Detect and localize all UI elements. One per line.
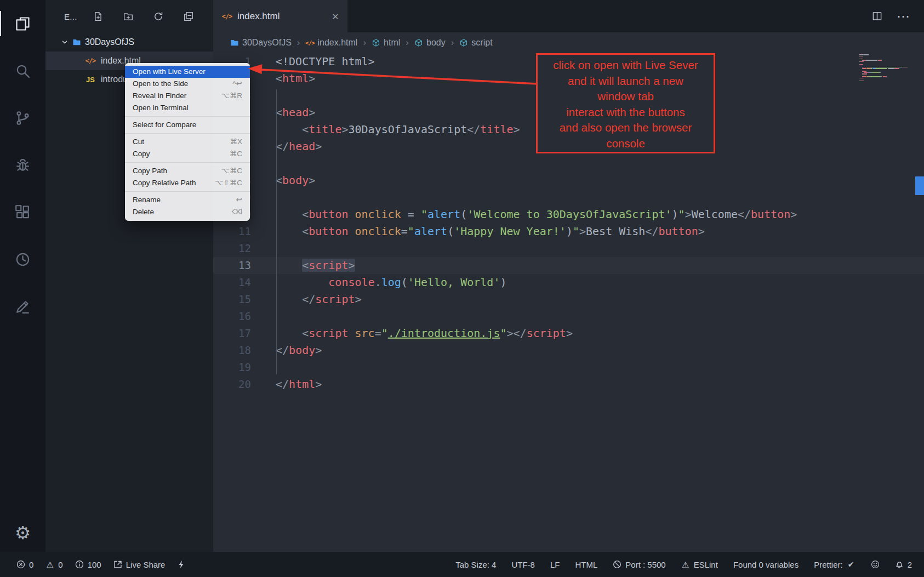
history-icon[interactable] [0, 236, 45, 283]
minimap-line [866, 71, 866, 72]
code-line-9[interactable]: 9 [213, 189, 924, 206]
run-debug-icon[interactable] [0, 141, 45, 188]
status-item-utf-8[interactable]: UTF-8 [511, 560, 535, 569]
menu-item-reveal-in-finder[interactable]: Reveal in Finder⌥⌘R [125, 90, 250, 102]
status-item-eslint[interactable]: ⚠ESLint [681, 560, 718, 569]
collapse-all-icon[interactable] [184, 12, 193, 21]
minimap-line [870, 76, 880, 77]
minimap-line [877, 67, 897, 68]
minimap-line [863, 67, 866, 68]
menu-item-cut[interactable]: Cut⌘X [125, 136, 250, 148]
symbol-icon [414, 38, 423, 47]
settings-gear-icon[interactable]: ⚙ [15, 524, 31, 542]
menu-item-open-with-live-server[interactable]: Open with Live Server [125, 66, 250, 78]
status-bar-left: 0⚠0100Live Share [16, 560, 186, 569]
code-text: </body> [276, 342, 322, 359]
code-line-10[interactable]: 10 <button onclick = "alert('Welcome to … [213, 206, 924, 223]
status-item-0[interactable]: ⚠0 [45, 560, 62, 569]
code-text: <button onclick = "alert('Welcome to 30D… [276, 206, 797, 223]
split-editor-icon[interactable] [872, 11, 882, 21]
code-line-18[interactable]: 18</body> [213, 342, 924, 359]
status-item-port-5500[interactable]: Port : 5500 [613, 560, 665, 569]
menu-item-open-to-the-side[interactable]: Open to the Side^↩ [125, 78, 250, 90]
error-icon [16, 560, 25, 569]
breadcrumb-item-index-html[interactable]: </>index.html [305, 38, 357, 48]
code-line-15[interactable]: 15 </script> [213, 291, 924, 308]
status-item-prettier[interactable]: Prettier:✔ [814, 560, 855, 569]
status-item-found-0-variables[interactable]: Found 0 variables [733, 560, 798, 569]
line-number: 12 [213, 240, 251, 257]
refresh-icon[interactable] [153, 12, 163, 21]
status-item-html[interactable]: HTML [575, 560, 597, 569]
breadcrumb-item-body[interactable]: body [414, 38, 446, 48]
menu-item-label: Cut [133, 136, 144, 148]
minimap-line [863, 64, 863, 65]
code-text: <title>30DaysOfJavaScript</title> [276, 121, 520, 138]
explorer-icon[interactable] [0, 0, 45, 47]
code-line-19[interactable]: 19 [213, 359, 924, 376]
menu-item-copy-relative-path[interactable]: Copy Relative Path⌥⇧⌘C [125, 177, 250, 189]
breadcrumb-separator: › [451, 37, 454, 48]
html-file-icon: </> [222, 12, 232, 21]
status-item-live-share[interactable]: Live Share [113, 560, 166, 569]
new-file-icon[interactable] [93, 12, 103, 21]
status-item-100[interactable]: 100 [75, 560, 101, 569]
status-item-2[interactable]: 2 [895, 560, 912, 569]
feedback-icon[interactable] [0, 283, 45, 330]
annotation-line: click on open with Live Sever [538, 58, 714, 73]
more-actions-icon[interactable]: ⋯ [897, 9, 911, 24]
breadcrumb-separator: › [406, 37, 409, 48]
menu-item-copy[interactable]: Copy⌘C [125, 148, 250, 160]
code-line-14[interactable]: 14 console.log('Hello, World') [213, 274, 924, 291]
code-text: <script> [276, 257, 355, 274]
explorer-folder-row[interactable]: 30DaysOfJS [45, 33, 213, 52]
status-item-lf[interactable]: LF [550, 560, 560, 569]
code-line-13[interactable]: 13 <script> [213, 257, 924, 274]
breadcrumb-item-30daysofjs[interactable]: 30DaysOfJS [230, 38, 292, 48]
source-control-icon[interactable] [0, 94, 45, 141]
status-item-tab-size-4[interactable]: Tab Size: 4 [455, 560, 496, 569]
symbol-icon [372, 38, 380, 47]
search-icon[interactable] [0, 47, 45, 94]
check-icon: ✔ [847, 560, 855, 569]
status-label: Prettier: [814, 560, 843, 569]
menu-item-copy-path[interactable]: Copy Path⌥⌘C [125, 165, 250, 177]
new-folder-icon[interactable] [123, 12, 133, 21]
status-item-0[interactable]: 0 [16, 560, 33, 569]
status-label: 2 [908, 560, 912, 569]
tab-actions: ⋯ [872, 0, 924, 32]
extensions-icon[interactable] [0, 188, 45, 236]
breadcrumb-item-html[interactable]: html [372, 38, 400, 48]
code-line-12[interactable]: 12 [213, 240, 924, 257]
minimap-line [863, 68, 866, 69]
tab-index-html[interactable]: </> index.html × [213, 0, 347, 32]
menu-item-label: Open with Live Server [133, 66, 206, 78]
folder-name: 30DaysOfJS [85, 37, 134, 47]
status-item-bolt-icon[interactable] [177, 560, 186, 569]
annotation-line: window tab [538, 89, 714, 105]
menu-item-delete[interactable]: Delete⌫ [125, 206, 250, 218]
breadcrumb-item-script[interactable]: script [459, 38, 492, 48]
minimap-line [880, 72, 881, 73]
minimap-line [863, 73, 867, 75]
line-number: 17 [213, 325, 251, 342]
tab-label: index.html [237, 11, 280, 22]
folder-icon [72, 38, 81, 47]
code-line-20[interactable]: 20</html> [213, 376, 924, 393]
close-icon[interactable]: × [332, 10, 339, 23]
code-text: <!DOCTYPE html> [276, 53, 375, 70]
minimap[interactable] [859, 54, 912, 84]
code-line-8[interactable]: 8<body> [213, 172, 924, 189]
smiley-icon [871, 560, 880, 569]
menu-item-rename[interactable]: Rename↩ [125, 194, 250, 206]
code-line-16[interactable]: 16 [213, 308, 924, 325]
code-line-11[interactable]: 11 <button onclick="alert('Happy New Yea… [213, 223, 924, 240]
js-file-icon: JS [85, 75, 96, 84]
status-item-smiley-icon[interactable] [871, 560, 880, 569]
code-line-7[interactable]: 7 [213, 155, 924, 172]
menu-item-open-in-terminal[interactable]: Open in Terminal [125, 102, 250, 114]
menu-item-select-for-compare[interactable]: Select for Compare [125, 119, 250, 131]
minimap-line [863, 59, 863, 60]
line-number: 13 [213, 257, 251, 274]
code-line-17[interactable]: 17 <script src="./introduction.js"></scr… [213, 325, 924, 342]
